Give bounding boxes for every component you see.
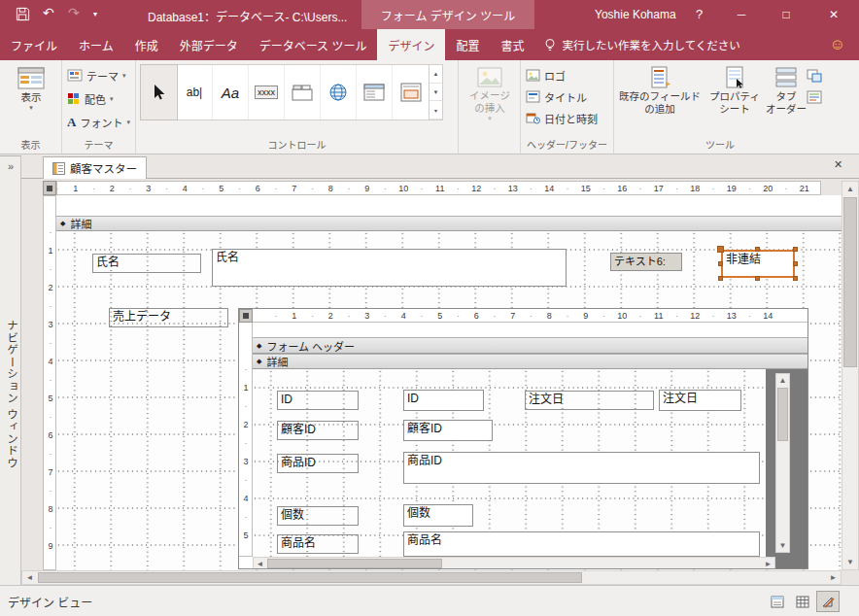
- subform-detail-section-bar[interactable]: ◆ 詳細: [253, 354, 808, 369]
- logo-button[interactable]: ロゴ: [523, 65, 568, 86]
- subform-header-section-bar[interactable]: ◆ フォーム ヘッダー: [253, 337, 808, 354]
- customer-id-textbox-control[interactable]: 顧客ID: [403, 420, 493, 441]
- scroll-thumb[interactable]: [777, 388, 788, 441]
- quantity-textbox-control[interactable]: 個数: [403, 504, 473, 527]
- unbound-textbox-control[interactable]: 非連結: [721, 250, 795, 278]
- name-textbox-control[interactable]: 氏名: [212, 249, 567, 287]
- product-name-textbox-control[interactable]: 商品名: [403, 531, 760, 557]
- undo-button[interactable]: ↶: [43, 5, 54, 20]
- resize-handle[interactable]: [793, 261, 798, 266]
- scroll-down-button[interactable]: ▼: [776, 539, 789, 552]
- scroll-up-button[interactable]: ▲: [842, 182, 858, 196]
- detail-section-bar[interactable]: ◆ 詳細: [56, 216, 842, 231]
- datetime-button[interactable]: 日付と時刻: [523, 108, 601, 128]
- form-view-button[interactable]: [766, 591, 789, 612]
- tell-me-box[interactable]: 実行したい作業を入力してください: [534, 29, 749, 60]
- subform-tool[interactable]: [393, 65, 429, 120]
- themes-button[interactable]: テーマ ▾: [64, 65, 129, 86]
- scroll-up-button[interactable]: ▲: [776, 374, 789, 387]
- scroll-thumb[interactable]: [38, 572, 582, 583]
- order-date-label-control[interactable]: 注文日: [525, 391, 654, 410]
- subform-new-window-button[interactable]: [805, 66, 824, 86]
- redo-button[interactable]: ↷: [68, 5, 80, 20]
- navigation-control-tool[interactable]: [357, 65, 393, 120]
- property-sheet-button[interactable]: プロパティ シート: [705, 65, 764, 116]
- tab-file[interactable]: ファイル: [0, 29, 68, 60]
- subform-horizontal-scrollbar[interactable]: ◄ ►: [253, 557, 775, 569]
- view-button[interactable]: 表示 ▾: [8, 66, 54, 111]
- gallery-scroll-down-button[interactable]: ▼: [430, 84, 442, 102]
- insert-image-button[interactable]: イメージ の挿入 ▾: [463, 66, 517, 121]
- navigation-pane-collapsed[interactable]: » ナビゲーション ウィンドウ: [0, 155, 21, 585]
- user-name[interactable]: Yoshie Kohama: [595, 8, 676, 21]
- minimize-button[interactable]: ─: [719, 0, 764, 29]
- subform-selector-box[interactable]: [239, 309, 253, 323]
- close-button[interactable]: ✕: [808, 0, 859, 29]
- fonts-button[interactable]: A フォント ▾: [64, 112, 133, 132]
- resize-handle[interactable]: [755, 247, 760, 252]
- tab-home[interactable]: ホーム: [68, 29, 124, 60]
- id-label-control[interactable]: ID: [277, 391, 359, 410]
- tab-create[interactable]: 作成: [124, 29, 169, 60]
- quantity-label-control[interactable]: 個数: [277, 506, 359, 526]
- nav-expand-button[interactable]: »: [0, 160, 21, 172]
- view-code-button[interactable]: [805, 87, 824, 107]
- product-id-label-control[interactable]: 商品ID: [277, 454, 359, 473]
- gallery-scroll-up-button[interactable]: ▲: [430, 65, 442, 84]
- subform-control[interactable]: ·1·2·3·4·5·6·7·8·9·10·11·12·13·14 ·1·2·3…: [238, 308, 808, 569]
- tab-format[interactable]: 書式: [490, 29, 534, 60]
- resize-handle[interactable]: [718, 276, 723, 281]
- scroll-left-button[interactable]: ◄: [254, 558, 266, 569]
- sales-label-control[interactable]: 売上データ: [109, 308, 228, 327]
- web-browser-tool[interactable]: [321, 65, 357, 120]
- section-marker-icon: ◆: [60, 220, 65, 227]
- subform-vertical-scrollbar[interactable]: ▲ ▼: [775, 373, 790, 553]
- scroll-right-button[interactable]: ►: [826, 571, 841, 584]
- select-tool[interactable]: [141, 65, 177, 120]
- scroll-thumb[interactable]: [843, 197, 857, 367]
- tab-order-button[interactable]: タブ オーダー: [766, 65, 807, 116]
- scroll-down-button[interactable]: ▼: [842, 555, 858, 569]
- resize-handle[interactable]: [718, 261, 723, 266]
- resize-handle[interactable]: [755, 276, 760, 281]
- name-label-control[interactable]: 氏名: [92, 254, 201, 273]
- context-tools-header: フォーム デザイン ツール: [361, 0, 534, 29]
- design-view-button[interactable]: [816, 591, 840, 612]
- textbox-tool[interactable]: ab|: [177, 65, 213, 120]
- tab-order-icon: [774, 65, 798, 90]
- customer-id-label-control[interactable]: 顧客ID: [277, 421, 359, 440]
- tab-arrange[interactable]: 配置: [445, 29, 490, 60]
- main-horizontal-scrollbar[interactable]: ◄ ►: [21, 570, 842, 585]
- resize-handle[interactable]: [793, 276, 798, 281]
- resize-handle[interactable]: [793, 247, 798, 252]
- id-textbox-control[interactable]: ID: [403, 390, 484, 411]
- scroll-right-button[interactable]: ►: [762, 558, 774, 569]
- title-button[interactable]: タイトル: [523, 86, 590, 107]
- tab-database-tools[interactable]: データベース ツール: [249, 29, 378, 60]
- help-button[interactable]: ?: [696, 7, 703, 21]
- text6-label-control[interactable]: テキスト6:: [610, 253, 682, 271]
- button-tool[interactable]: xxxx: [249, 65, 285, 120]
- datasheet-view-button[interactable]: [791, 591, 814, 612]
- tab-control-tool[interactable]: [285, 65, 321, 120]
- product-id-textbox-control[interactable]: 商品ID: [403, 452, 760, 484]
- colors-button[interactable]: 配色 ▾: [64, 88, 117, 109]
- tab-design[interactable]: デザイン: [377, 29, 445, 60]
- scroll-thumb[interactable]: [267, 559, 442, 568]
- form-selector-box[interactable]: [43, 181, 56, 195]
- tab-external-data[interactable]: 外部データ: [169, 29, 249, 60]
- qat-customize-button[interactable]: ▾: [93, 10, 97, 18]
- document-close-button[interactable]: ✕: [834, 158, 842, 171]
- document-tab[interactable]: 顧客マスター: [43, 156, 147, 179]
- save-button[interactable]: [16, 7, 30, 21]
- label-tool[interactable]: Aa: [213, 65, 249, 120]
- add-existing-fields-button[interactable]: 既存のフィールド の追加: [618, 65, 702, 116]
- order-date-textbox-control[interactable]: 注文日: [659, 390, 741, 411]
- maximize-button[interactable]: □: [764, 0, 808, 29]
- feedback-smiley-button[interactable]: ☺: [816, 29, 859, 60]
- move-handle[interactable]: [717, 246, 724, 253]
- product-name-label-control[interactable]: 商品名: [277, 534, 359, 554]
- scroll-left-button[interactable]: ◄: [22, 571, 37, 584]
- gallery-more-button[interactable]: ▾: [430, 101, 442, 120]
- main-vertical-scrollbar[interactable]: ▲ ▼: [842, 181, 859, 570]
